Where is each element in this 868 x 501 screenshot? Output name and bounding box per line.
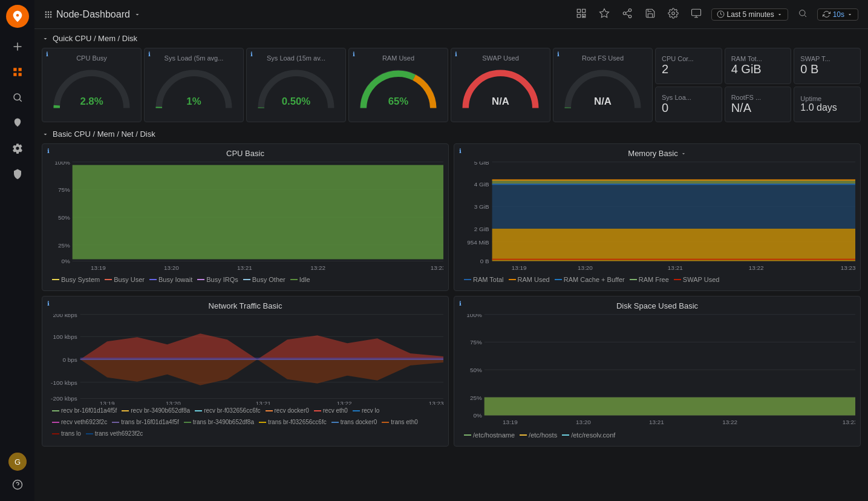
legend-trans-lo[interactable]: trans lo <box>52 430 81 437</box>
sys-load-title: Sys Loa... <box>662 94 716 101</box>
legend-busy-user[interactable]: Busy User <box>105 276 145 283</box>
sidebar-dashboard-icon[interactable] <box>6 61 29 84</box>
quick-section-header[interactable]: Quick CPU / Mem / Disk <box>42 34 861 43</box>
time-range-picker[interactable]: Last 5 minutes <box>711 8 788 21</box>
sys-load-5m-gauge: 1% <box>149 62 238 116</box>
svg-rect-15 <box>48 16 49 17</box>
network-basic-info[interactable]: ℹ <box>47 300 50 307</box>
legend-ram-total[interactable]: RAM Total <box>464 276 504 283</box>
legend-ram-free[interactable]: RAM Free <box>630 276 669 283</box>
legend-recv-eth0[interactable]: recv eth0 <box>314 407 348 414</box>
svg-text:13:22: 13:22 <box>337 400 352 405</box>
svg-rect-102 <box>485 398 855 416</box>
ram-used-info[interactable]: ℹ <box>353 51 355 57</box>
svg-rect-62 <box>492 229 855 261</box>
legend-trans-docker0[interactable]: trans docker0 <box>331 419 377 425</box>
legend-recv-veth[interactable]: recv veth6923f2c <box>52 419 107 425</box>
title-dropdown-icon[interactable] <box>134 11 141 18</box>
settings-icon[interactable] <box>665 5 681 24</box>
monitor-icon[interactable] <box>688 5 704 24</box>
user-avatar[interactable]: G <box>8 453 27 471</box>
cpu-busy-info[interactable]: ℹ <box>46 51 48 57</box>
memory-basic-chart: 5 GiB 4 GiB 3 GiB 2 GiB 954 MiB 0 B <box>459 162 855 273</box>
svg-rect-64 <box>492 180 855 184</box>
legend-busy-system[interactable]: Busy System <box>52 276 100 283</box>
root-fs-panel: ℹ Root FS Used N/A <box>553 48 653 122</box>
chart-grid: ℹ CPU Basic 100% 75% 50% 25% 0% <box>42 143 861 447</box>
basic-section-title: Basic CPU / Mem / Net / Disk <box>53 129 155 139</box>
legend-trans-brf032[interactable]: trans br-f032656cc6fc <box>259 419 327 425</box>
svg-point-21 <box>628 8 631 11</box>
memory-basic-info[interactable]: ℹ <box>459 148 462 154</box>
svg-text:200 kbps: 200 kbps <box>53 314 77 318</box>
legend-recv-docker0[interactable]: recv docker0 <box>266 407 309 414</box>
legend-trans-br16f[interactable]: trans br-16f01d1a4f5f <box>112 419 179 425</box>
svg-text:50%: 50% <box>470 367 482 373</box>
legend-ram-cache[interactable]: RAM Cache + Buffer <box>555 276 625 283</box>
swap-used-info[interactable]: ℹ <box>455 51 457 57</box>
svg-text:5 GiB: 5 GiB <box>474 162 489 166</box>
disk-basic-legend: /etc/hostname /etc/hosts /etc/resolv.con… <box>459 429 855 441</box>
svg-text:1%: 1% <box>186 96 201 107</box>
svg-text:13:22: 13:22 <box>310 264 325 271</box>
ram-total-title: RAM Tot... <box>731 55 785 62</box>
sidebar-shield-icon[interactable] <box>6 162 29 185</box>
basic-section-header[interactable]: Basic CPU / Mem / Net / Disk <box>42 129 861 139</box>
sidebar-explore-icon[interactable] <box>6 86 29 109</box>
svg-text:4 GiB: 4 GiB <box>474 181 489 188</box>
svg-point-24 <box>671 11 674 15</box>
network-basic-legend: recv br-16f01d1a4f5f recv br-3490b652df8… <box>47 405 443 439</box>
root-fs-title: Root FS Used <box>558 52 647 62</box>
legend-recv-brf032[interactable]: recv br-f032656cc6fc <box>195 407 260 414</box>
legend-trans-br3490[interactable]: trans br-3490b652df8a <box>184 419 254 425</box>
legend-busy-other[interactable]: Busy Other <box>243 276 286 283</box>
sidebar-alert-icon[interactable] <box>6 111 29 134</box>
svg-text:25%: 25% <box>470 395 482 401</box>
legend-ram-used[interactable]: RAM Used <box>509 276 550 283</box>
legend-recv-br16f[interactable]: recv br-16f01d1a4f5f <box>52 407 117 414</box>
legend-idle[interactable]: Idle <box>290 276 310 283</box>
legend-busy-irqs[interactable]: Busy IRQs <box>197 276 238 283</box>
disk-basic-info[interactable]: ℹ <box>459 300 462 307</box>
svg-text:-100 kbps: -100 kbps <box>51 379 77 386</box>
star-icon[interactable] <box>596 5 612 24</box>
network-basic-title: Network Traffic Basic <box>47 301 443 310</box>
svg-rect-8 <box>45 11 47 12</box>
swap-total-title: SWAP T... <box>800 55 854 62</box>
memory-basic-legend: RAM Total RAM Used RAM Cache + Buffer RA… <box>459 273 855 286</box>
page-title[interactable]: Node-Dashboard <box>56 9 130 20</box>
root-fs-info[interactable]: ℹ <box>557 51 560 57</box>
memory-dropdown-icon[interactable] <box>680 151 687 157</box>
sidebar-help-icon[interactable] <box>6 473 29 496</box>
cpu-basic-info[interactable]: ℹ <box>47 148 50 154</box>
svg-text:13:19: 13:19 <box>512 264 527 271</box>
sys-load-5m-info[interactable]: ℹ <box>148 51 151 57</box>
add-panel-icon[interactable] <box>573 5 589 24</box>
sidebar-add-icon[interactable] <box>6 35 29 58</box>
uptime-value: 1.0 days <box>800 102 854 113</box>
sys-load-15m-info[interactable]: ℹ <box>250 51 253 57</box>
legend-recv-br3490[interactable]: recv br-3490b652df8a <box>122 407 190 414</box>
svg-point-23 <box>628 15 631 18</box>
legend-swap-used[interactable]: SWAP Used <box>674 276 720 283</box>
sidebar-settings-icon[interactable] <box>6 137 29 160</box>
share-icon[interactable] <box>619 5 635 24</box>
svg-rect-13 <box>50 13 51 15</box>
refresh-button[interactable]: 10s <box>817 8 858 21</box>
search-icon[interactable] <box>795 6 810 23</box>
cpu-cores-title: CPU Cor... <box>662 55 716 62</box>
svg-text:13:20: 13:20 <box>578 264 593 271</box>
svg-rect-44 <box>73 165 443 260</box>
uptime-title: Uptime <box>800 95 854 102</box>
legend-etc-hosts[interactable]: /etc/hosts <box>520 431 557 439</box>
sidebar-logo[interactable] <box>6 5 29 28</box>
svg-rect-17 <box>577 9 580 12</box>
legend-busy-iowait[interactable]: Busy Iowait <box>149 276 192 283</box>
save-icon[interactable] <box>642 5 658 24</box>
legend-trans-eth0[interactable]: trans eth0 <box>382 419 417 425</box>
svg-text:65%: 65% <box>388 96 409 107</box>
legend-etc-hostname[interactable]: /etc/hostname <box>464 431 515 439</box>
legend-recv-lo[interactable]: recv lo <box>353 407 379 414</box>
legend-trans-veth[interactable]: trans veth6923f2c <box>86 430 143 437</box>
legend-etc-resolv[interactable]: /etc/resolv.conf <box>562 431 615 439</box>
